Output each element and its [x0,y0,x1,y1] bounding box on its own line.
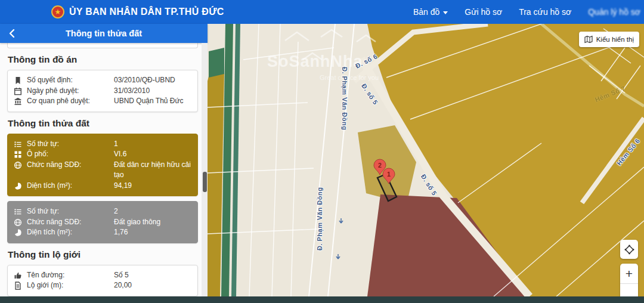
row-value: Số 5 [114,270,191,281]
info-row: Ngày phê duyệt: 31/03/2010 [14,86,191,97]
map-style-button[interactable]: Kiểu hiển thị [579,32,639,47]
row-label: Diện tích (m²): [27,181,109,191]
row-label: Lộ giới (m): [27,280,109,291]
app-window: ★ ỦY BAN NHÂN DÂN TP.THỦ ĐỨC Bản đồ Gửi … [0,0,644,303]
panel-header: Thông tin thửa đất [0,24,208,43]
row-label: Diện tích (m²): [27,227,109,238]
nav-item-label: Gửi hồ sơ [465,7,502,17]
street-label-pham-van-dong-lower: Đ. Phạm Văn Đồng [316,187,323,251]
info-row: Lộ giới (m): 20,00 [14,280,191,291]
panel-title: Thông tin thửa đất [66,29,142,38]
pie-chart-icon [14,228,22,237]
info-row: Số quyết định: 03/2010/QĐ-UBND [14,75,191,86]
row-value: 20,00 [114,280,191,291]
bookmark-icon [14,76,22,85]
document-icon [14,282,22,290]
row-label: Số thứ tự: [27,139,109,150]
card-road-1: Tên đường: Số 5 Lộ giới (m): 20,00 [7,265,198,296]
map-icon [584,35,593,44]
row-label: Chức năng SDĐ: [27,217,109,228]
street-label-pham-van-dong-upper: Đ. Phạm Văn Đồng [341,67,348,130]
map-style-button-label: Kiểu hiển thị [596,36,634,43]
national-emblem-icon: ★ [51,5,64,18]
thumb-up-icon [14,271,22,280]
card-parcel-2[interactable]: Số thứ tự: 2 Chức năng SDĐ: Đất giao thô… [7,201,198,243]
zoom-in-button[interactable]: + [620,264,638,284]
card-parcel-1[interactable]: Số thứ tự: 1 Ô phố: VI.6 Chức năng SDĐ: … [7,134,198,197]
globe-icon [14,161,22,169]
pie-chart-icon [14,182,22,190]
info-row: Số thứ tự: 1 [14,139,191,150]
nav-item-quan-ly-ho-so[interactable]: Quản lý hồ sơ [588,7,640,17]
pin-number: 1 [387,171,391,178]
info-row: Số thứ tự: 2 [14,206,191,217]
top-navbar: ★ ỦY BAN NHÂN DÂN TP.THỦ ĐỨC Bản đồ Gửi … [0,0,644,24]
scrolled-card-remnant [7,43,198,48]
nav-item-label: Bản đồ [413,7,439,17]
section-heading-lo-gioi: Thông tin lộ giới [8,249,208,260]
grid-icon [14,150,22,159]
row-value: UBND Quận Thủ Đức [114,96,191,107]
section-heading-do-an: Thông tin đồ án [8,54,208,65]
row-label: Ô phố: [27,149,109,160]
nav-item-label: Tra cứu hồ sơ [519,7,571,17]
locate-icon [624,245,634,255]
locate-button[interactable] [620,240,638,259]
nav-item-gui-ho-so[interactable]: Gửi hồ sơ [465,7,502,17]
row-value: 1,76 [114,227,191,238]
info-row: Cơ quan phê duyệt: UBND Quận Thủ Đức [14,96,191,107]
nav-menu: Bản đồ Gửi hồ sơ Tra cứu hồ sơ Quản lý h… [413,0,640,24]
nav-item-ban-do[interactable]: Bản đồ [413,7,448,17]
scrollbar-thumb[interactable] [203,172,207,192]
row-value: Đất giao thông [114,217,191,228]
row-label: Cơ quan phê duyệt: [27,96,109,107]
info-row: Diện tích (m²): 1,76 [14,227,191,238]
bank-icon [14,97,22,106]
zoom-control[interactable]: + [620,264,638,296]
chevron-down-icon [443,11,448,14]
row-value: 03/2010/QĐ-UBND [114,75,191,86]
info-row: Chức năng SDĐ: Đất giao thông [14,217,191,228]
nav-item-label: Quản lý hồ sơ [588,7,640,17]
row-label: Số thứ tự: [27,206,109,217]
row-value: 94,19 [114,181,191,191]
zone-green-cap [209,48,224,78]
row-label: Số quyết định: [27,75,109,86]
bottom-bar [0,296,644,303]
watermark-title: SoSanhNha [267,52,363,71]
pin-number: 2 [378,162,382,169]
info-panel: Thông tin đồ án Số quyết định: 03/2010/Q… [0,43,208,296]
info-row: Diện tích (m²): 94,19 [14,181,191,191]
row-label: Tên đường: [27,270,109,281]
panel-scrollbar[interactable] [202,43,208,296]
row-label: Chức năng SDĐ: [27,160,109,171]
info-row: Chức năng SDĐ: Đất dân cư hiện hữu cải t… [14,160,191,181]
row-value: 2 [114,206,191,217]
map-canvas[interactable]: 2 1 SoSanhNha Great choice for you Đ. số… [208,24,644,296]
row-label: Ngày phê duyệt: [27,86,109,97]
info-row: Ô phố: VI.6 [14,149,191,160]
list-icon [14,140,22,149]
row-value: VI.6 [114,149,191,160]
back-icon[interactable] [7,28,18,39]
row-value: Đất dân cư hiện hữu cải tạo [114,160,191,181]
nav-item-tra-cuu-ho-so[interactable]: Tra cứu hồ sơ [519,7,571,17]
card-do-an: Số quyết định: 03/2010/QĐ-UBND Ngày phê … [7,70,198,112]
list-icon [14,208,22,216]
calendar-icon [14,87,22,95]
app-title: ỦY BAN NHÂN DÂN TP.THỦ ĐỨC [69,0,224,24]
section-heading-thua-dat: Thông tin thửa đất [8,118,208,129]
watermark-tagline: Great choice for you [320,74,379,81]
row-value: 31/03/2010 [114,86,191,97]
globe-icon [14,218,22,227]
info-row: Tên đường: Số 5 [14,270,191,281]
row-value: 1 [114,139,191,150]
